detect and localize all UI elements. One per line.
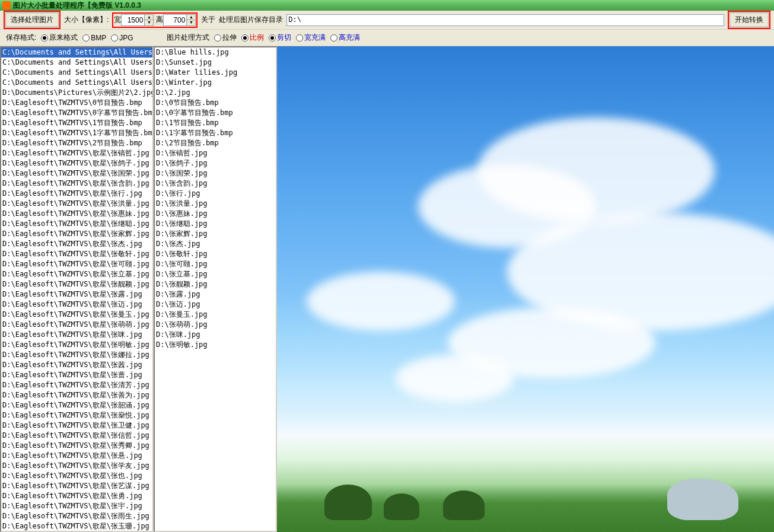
list-item[interactable]: D:\2节目预告.bmp <box>155 138 276 148</box>
format-original-radio[interactable]: 原来格式 <box>41 33 78 43</box>
list-item[interactable]: D:\Eaglesoft\TWZMTVS\歌星\张行.jpg <box>1 189 152 199</box>
list-item[interactable]: D:\Eaglesoft\TWZMTVS\歌星\张娜拉.jpg <box>1 350 152 360</box>
list-item[interactable]: D:\张国荣.jpg <box>155 168 276 179</box>
format-jpg-radio[interactable]: JPG <box>111 34 133 42</box>
list-item[interactable]: D:\Eaglesoft\TWZMTVS\歌星\张继聪.jpg <box>1 219 152 229</box>
list-item[interactable]: D:\0节目预告.bmp <box>155 98 276 108</box>
about-label[interactable]: 关于 <box>201 15 215 25</box>
list-item[interactable]: D:\Eaglesoft\TWZMTVS\歌星\张惠妹.jpg <box>1 209 152 219</box>
list-item[interactable]: D:\张迈.jpg <box>155 300 276 310</box>
list-item[interactable]: D:\1节目预告.bmp <box>155 118 276 128</box>
source-file-list[interactable]: C:\Documents and Settings\All Users.WINI… <box>0 46 154 532</box>
list-item[interactable]: D:\Eaglesoft\TWZMTVS\歌星\张悬.jpg <box>1 451 152 461</box>
list-item[interactable]: D:\Eaglesoft\TWZMTVS\歌星\张镐哲.jpg <box>1 148 152 158</box>
list-item[interactable]: D:\Eaglesoft\TWZMTVS\歌星\张杰.jpg <box>1 239 152 249</box>
list-item[interactable]: D:\Sunset.jpg <box>155 58 276 68</box>
list-item[interactable]: D:\Eaglesoft\TWZMTVS\歌星\张明敏.jpg <box>1 340 152 350</box>
list-item[interactable]: D:\Eaglesoft\TWZMTVS\歌星\张韶涵.jpg <box>1 400 152 410</box>
list-item[interactable]: C:\Documents and Settings\All Users.WINI <box>1 78 152 88</box>
list-item[interactable]: D:\1字幕节目预告.bmp <box>155 128 276 138</box>
list-item[interactable]: D:\Eaglesoft\TWZMTVS\歌星\张雨生.jpg <box>1 511 152 521</box>
list-item[interactable]: D:\Eaglesoft\TWZMTVS\歌星\张燊悦.jpg <box>1 410 152 420</box>
list-item[interactable]: D:\Eaglesoft\TWZMTVS\歌星\张清芳.jpg <box>1 380 152 390</box>
list-item[interactable]: D:\Eaglesoft\TWZMTVS\歌星\张学友.jpg <box>1 461 152 471</box>
list-item[interactable]: D:\Eaglesoft\TWZMTVS\2节目预告.bmp <box>1 138 152 148</box>
list-item[interactable]: D:\Eaglesoft\TWZMTVS\歌星\张宇.jpg <box>1 501 152 511</box>
list-item[interactable]: D:\Eaglesoft\TWZMTVS\0字幕节目预告.bmp <box>1 108 152 118</box>
list-item[interactable]: D:\Eaglesoft\TWZMTVS\歌星\张国荣.jpg <box>1 168 152 179</box>
list-item[interactable]: D:\张行.jpg <box>155 189 276 199</box>
list-item[interactable]: D:\Eaglesoft\TWZMTVS\歌星\张秀卿.jpg <box>1 441 152 451</box>
width-up[interactable]: ▲ <box>145 15 153 20</box>
select-images-button[interactable]: 选择处理图片 <box>5 12 59 27</box>
list-item[interactable]: D:\Eaglesoft\TWZMTVS\歌星\张萌萌.jpg <box>1 320 152 330</box>
format-bmp-radio[interactable]: BMP <box>82 34 106 42</box>
list-item[interactable]: D:\张曼玉.jpg <box>155 310 276 320</box>
list-item[interactable]: D:\Eaglesoft\TWZMTVS\1字幕节目预告.bmp <box>1 128 152 138</box>
list-item[interactable]: D:\张靓颖.jpg <box>155 279 276 289</box>
list-item[interactable]: D:\张敬轩.jpg <box>155 249 276 259</box>
app-icon <box>2 1 11 9</box>
list-item[interactable]: D:\张惠妹.jpg <box>155 209 276 219</box>
height-up[interactable]: ▲ <box>187 15 195 20</box>
list-item[interactable]: D:\Eaglesoft\TWZMTVS\歌星\张立基.jpg <box>1 269 152 279</box>
mode-fith-radio[interactable]: 高充满 <box>330 33 360 43</box>
mode-crop-radio[interactable]: 剪切 <box>269 33 291 43</box>
list-item[interactable]: D:\Eaglesoft\TWZMTVS\歌星\张靓颖.jpg <box>1 279 152 289</box>
mode-fitw-radio[interactable]: 宽充满 <box>296 33 326 43</box>
mode-ratio-radio[interactable]: 比例 <box>241 33 264 43</box>
list-item[interactable]: D:\2.jpg <box>155 88 276 98</box>
list-item[interactable]: D:\Eaglesoft\TWZMTVS\歌星\张艺谋.jpg <box>1 481 152 491</box>
list-item[interactable]: D:\Eaglesoft\TWZMTVS\歌星\张咪.jpg <box>1 330 152 340</box>
list-item[interactable]: D:\0字幕节目预告.bmp <box>155 108 276 118</box>
list-item[interactable]: D:\张明敏.jpg <box>155 340 276 350</box>
list-item[interactable]: D:\Winter.jpg <box>155 78 276 88</box>
list-item[interactable]: D:\张继聪.jpg <box>155 219 276 229</box>
list-item[interactable]: D:\Eaglesoft\TWZMTVS\歌星\张曼玉.jpg <box>1 310 152 320</box>
list-item[interactable]: D:\Eaglesoft\TWZMTVS\歌星\张茜.jpg <box>1 360 152 370</box>
list-item[interactable]: D:\张咪.jpg <box>155 330 276 340</box>
list-item[interactable]: D:\张鸽子.jpg <box>155 158 276 168</box>
list-item[interactable]: D:\Documents\Pictures\示例图片2\2.jpg <box>1 88 152 98</box>
list-item[interactable]: D:\张镐哲.jpg <box>155 148 276 158</box>
list-item[interactable]: D:\Eaglesoft\TWZMTVS\歌星\张玉珊.jpg <box>1 521 152 531</box>
list-item[interactable]: D:\Eaglesoft\TWZMTVS\歌星\张露.jpg <box>1 289 152 300</box>
save-dir-input[interactable] <box>286 14 724 26</box>
width-down[interactable]: ▼ <box>145 20 153 26</box>
list-item[interactable]: D:\Eaglesoft\TWZMTVS\歌星\张善为.jpg <box>1 390 152 400</box>
list-item[interactable]: D:\Eaglesoft\TWZMTVS\歌星\张敬轩.jpg <box>1 249 152 259</box>
list-item[interactable]: D:\Eaglesoft\TWZMTVS\歌星\张勇.jpg <box>1 491 152 501</box>
list-item[interactable]: D:\Eaglesoft\TWZMTVS\歌星\张蔷.jpg <box>1 370 152 380</box>
list-item[interactable]: D:\Eaglesoft\TWZMTVS\1节目预告.bmp <box>1 118 152 128</box>
list-item[interactable]: D:\Blue hills.jpg <box>155 47 276 58</box>
list-item[interactable]: D:\张露.jpg <box>155 289 276 300</box>
list-item[interactable]: C:\Documents and Settings\All Users.WINI <box>1 47 152 58</box>
list-item[interactable]: D:\Eaglesoft\TWZMTVS\歌星\张可颐.jpg <box>1 259 152 269</box>
list-item[interactable]: D:\Eaglesoft\TWZMTVS\歌星\张家辉.jpg <box>1 229 152 239</box>
list-item[interactable]: D:\张可颐.jpg <box>155 259 276 269</box>
mode-stretch-radio[interactable]: 拉伸 <box>214 33 237 43</box>
list-item[interactable]: D:\张洪量.jpg <box>155 199 276 209</box>
list-item[interactable]: D:\Eaglesoft\TWZMTVS\歌星\张也.jpg <box>1 471 152 481</box>
list-item[interactable]: D:\Eaglesoft\TWZMTVS\歌星\张洪量.jpg <box>1 199 152 209</box>
list-item[interactable]: D:\张萌萌.jpg <box>155 320 276 330</box>
size-label: 大小【像素】: <box>64 15 109 25</box>
list-item[interactable]: D:\张含韵.jpg <box>155 179 276 189</box>
height-input[interactable] <box>163 14 187 26</box>
list-item[interactable]: D:\Eaglesoft\TWZMTVS\歌星\张含韵.jpg <box>1 179 152 189</box>
list-item[interactable]: D:\Eaglesoft\TWZMTVS\歌星\张卫健.jpg <box>1 420 152 431</box>
start-convert-button[interactable]: 开始转换 <box>730 12 769 27</box>
list-item[interactable]: C:\Documents and Settings\All Users.WINI <box>1 68 152 78</box>
list-item[interactable]: D:\张立基.jpg <box>155 269 276 279</box>
output-file-list[interactable]: D:\Blue hills.jpgD:\Sunset.jpgD:\Water l… <box>154 46 277 532</box>
list-item[interactable]: D:\张家辉.jpg <box>155 229 276 239</box>
list-item[interactable]: D:\Eaglesoft\TWZMTVS\歌星\张信哲.jpg <box>1 431 152 441</box>
list-item[interactable]: C:\Documents and Settings\All Users.WINI <box>1 58 152 68</box>
width-input[interactable] <box>121 14 145 26</box>
list-item[interactable]: D:\Eaglesoft\TWZMTVS\0节目预告.bmp <box>1 98 152 108</box>
list-item[interactable]: D:\Water lilies.jpg <box>155 68 276 78</box>
list-item[interactable]: D:\Eaglesoft\TWZMTVS\歌星\张鸽子.jpg <box>1 158 152 168</box>
list-item[interactable]: D:\Eaglesoft\TWZMTVS\歌星\张迈.jpg <box>1 300 152 310</box>
height-down[interactable]: ▼ <box>187 20 195 26</box>
list-item[interactable]: D:\张杰.jpg <box>155 239 276 249</box>
